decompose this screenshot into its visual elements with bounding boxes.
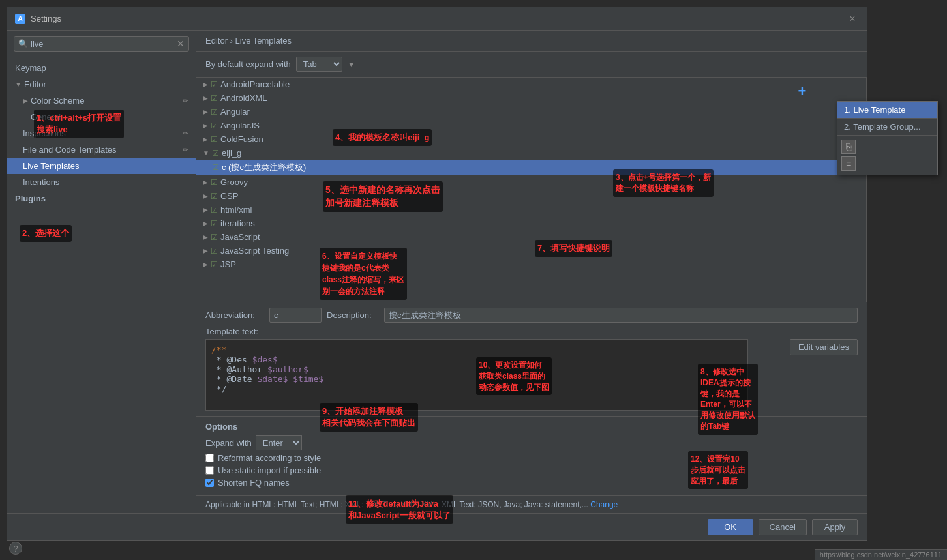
popup-item-template-group[interactable]: 2. Template Group...	[837, 119, 937, 136]
group-gsp[interactable]: ▶ ☑ GSP	[196, 189, 866, 203]
code-line4: * @Date	[211, 374, 257, 384]
app-icon: A	[15, 14, 25, 24]
group-label: ColdFusion	[220, 134, 263, 144]
change-link[interactable]: Change	[590, 500, 618, 509]
group-coldfusion[interactable]: ▶ ☑ ColdFusion	[196, 132, 866, 146]
options-section: Options Expand with Enter Tab Space Refo…	[196, 416, 867, 495]
sidebar-item-general[interactable]: General	[7, 109, 196, 125]
dialog-footer: OK Cancel Apply	[7, 513, 867, 540]
sidebar-item-keymap[interactable]: Keymap	[7, 60, 196, 76]
code-date-param: $date$ $time$	[257, 374, 323, 384]
intentions-label: Intentions	[23, 177, 59, 187]
code-line1: /**	[211, 345, 226, 355]
toolbar-bar: By default expand with Tab Enter Space ▼	[196, 52, 867, 78]
live-templates-label: Live Templates	[23, 161, 79, 171]
check-icon: ☑	[211, 246, 218, 256]
group-javascript[interactable]: ▶ ☑ JavaScript	[196, 230, 866, 244]
bottom-section: Abbreviation: Description: Template text…	[196, 302, 867, 416]
description-label: Description:	[327, 310, 379, 320]
code-line5: */	[211, 384, 226, 394]
expand-triangle: ▶	[203, 206, 208, 213]
search-bar: 🔍 ✕	[7, 31, 196, 57]
color-scheme-label: Color Scheme	[31, 96, 84, 106]
options-label: Options	[205, 422, 858, 432]
cancel-button[interactable]: Cancel	[759, 519, 807, 535]
static-import-checkbox[interactable]	[205, 466, 214, 475]
group-angular[interactable]: ▶ ☑ Angular	[196, 105, 866, 119]
group-label: AngularJS	[220, 121, 260, 130]
expand-with-select[interactable]: Tab Enter Space	[296, 57, 342, 72]
list-icon[interactable]: ≡	[841, 156, 856, 171]
applicable-text: Applicable in HTML: HTML Text; HTML: XML…	[205, 500, 588, 509]
template-text-label: Template text:	[205, 327, 858, 336]
group-label: Groovy	[220, 177, 248, 187]
code-line2: * @Des	[211, 355, 252, 364]
group-label: AndroidXML	[220, 93, 267, 103]
group-angularjs[interactable]: ▶ ☑ AngularJS	[196, 119, 866, 132]
applicable-bar: Applicable in HTML: HTML Text; HTML: XML…	[196, 495, 867, 513]
group-jsp[interactable]: ▶ ☑ JSP	[196, 258, 866, 271]
plugins-label: Plugins	[15, 194, 46, 203]
template-item-c[interactable]: ☑ c (按c生成类注释模板)	[196, 160, 866, 175]
sidebar-item-plugins[interactable]: Plugins	[7, 190, 196, 207]
abbreviation-input[interactable]	[269, 308, 322, 323]
copy-icon[interactable]: ⎘	[841, 140, 856, 154]
group-android-xml[interactable]: ▶ ☑ AndroidXML	[196, 91, 866, 105]
check-icon: ☑	[211, 219, 218, 228]
expand-triangle: ▼	[203, 149, 209, 156]
editor-label: Editor	[24, 80, 46, 89]
expand-triangle: ▶	[203, 220, 208, 227]
ok-button[interactable]: OK	[708, 519, 753, 535]
search-clear-icon[interactable]: ✕	[177, 38, 185, 49]
close-button[interactable]: ×	[846, 12, 859, 25]
search-input[interactable]	[31, 39, 174, 49]
description-input[interactable]	[384, 308, 858, 323]
shorten-eq-row: Shorten FQ names	[205, 478, 858, 488]
reformat-label: Reformat according to style	[218, 453, 321, 463]
sidebar-item-file-code-templates[interactable]: File and Code Templates ✏	[7, 141, 196, 158]
sidebar-item-inspections[interactable]: Inspections ✏	[7, 125, 196, 141]
title-bar: A Settings ×	[7, 7, 867, 31]
add-template-button[interactable]: +	[794, 83, 810, 99]
apply-button[interactable]: Apply	[812, 519, 858, 535]
group-label: JavaScript	[220, 232, 260, 242]
popup-item-live-template[interactable]: 1. Live Template	[837, 102, 937, 119]
inspections-label: Inspections	[23, 128, 66, 138]
shorten-eq-checkbox[interactable]	[205, 479, 214, 487]
template-text-area[interactable]: /** * @Des $des$ * @Author $author$ * @D…	[205, 339, 748, 411]
check-icon: ☑	[211, 205, 218, 214]
sidebar: 🔍 ✕ Keymap ▼ Editor ▶ Color Scheme ✏	[7, 31, 196, 513]
expand-with-label: By default expand with	[205, 59, 291, 69]
status-url: https://blog.csdn.net/weixin_42776111	[820, 551, 942, 559]
expand-triangle: ▶	[203, 179, 208, 186]
check-icon: ☑	[212, 149, 219, 158]
template-label: c (按c生成类注释模板)	[222, 162, 306, 173]
file-code-edit-icon: ✏	[183, 146, 188, 153]
group-html-xml[interactable]: ▶ ☑ html/xml	[196, 203, 866, 216]
edit-icon: ✏	[183, 97, 188, 104]
templates-list: ▶ ☑ AndroidParcelable ▶ ☑ AndroidXML ▶ ☑	[196, 78, 867, 302]
reformat-checkbox[interactable]	[205, 454, 214, 462]
expand-with-option-select[interactable]: Enter Tab Space	[256, 435, 302, 450]
group-javascript-testing[interactable]: ▶ ☑ JavaScript Testing	[196, 244, 866, 258]
status-bar: https://blog.csdn.net/weixin_42776111	[815, 549, 947, 560]
expand-triangle: ▶	[203, 261, 208, 268]
help-button[interactable]: ?	[9, 542, 22, 555]
settings-dialog: A Settings × 🔍 ✕ Keymap ▼ Editor	[7, 7, 867, 541]
expand-triangle: ▶	[203, 136, 208, 143]
expand-triangle: ▶	[203, 95, 208, 102]
check-icon: ☑	[211, 192, 218, 201]
edit-variables-button[interactable]: Edit variables	[790, 339, 858, 355]
check-icon: ☑	[211, 121, 218, 130]
group-label: Angular	[220, 107, 250, 117]
group-label: AndroidParcelable	[220, 80, 290, 89]
sidebar-item-color-scheme[interactable]: ▶ Color Scheme ✏	[7, 93, 196, 109]
sidebar-item-editor[interactable]: ▼ Editor	[7, 76, 196, 93]
sidebar-item-intentions[interactable]: Intentions	[7, 174, 196, 190]
group-eiji-g[interactable]: ▼ ☑ eiji_g	[196, 146, 866, 160]
sidebar-item-live-templates[interactable]: Live Templates	[7, 158, 196, 174]
group-android-parcelable[interactable]: ▶ ☑ AndroidParcelable	[196, 78, 866, 91]
group-groovy[interactable]: ▶ ☑ Groovy	[196, 175, 866, 189]
group-iterations[interactable]: ▶ ☑ iterations	[196, 216, 866, 230]
expand-icon: ▼	[15, 81, 22, 88]
